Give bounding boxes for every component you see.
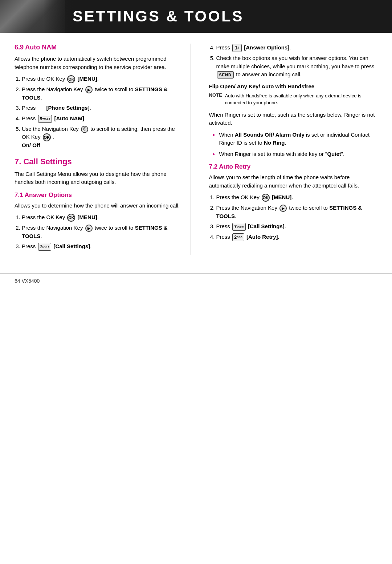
step-right-5: Check the box options as you wish for an… bbox=[216, 54, 378, 79]
heading-7: 7. Call Settings bbox=[15, 157, 183, 166]
autonam-label: [Auto NAM] bbox=[54, 115, 84, 121]
steps-72: Press the OK Key OK [MENU]. Press the Na… bbox=[216, 193, 378, 241]
ok-key-71: OK bbox=[67, 214, 75, 222]
key-7pqrs-71: 7 pqrs bbox=[38, 243, 52, 251]
step-text: Press the OK Key bbox=[216, 194, 261, 200]
step-69-5: Use the Navigation Key ☉ to scroll to a … bbox=[22, 125, 183, 150]
autoretry-label: [Auto Retry] bbox=[246, 234, 278, 240]
step-text: Press [Phone Settings]. bbox=[22, 105, 91, 111]
key-9wxyz: 9 wxyz bbox=[38, 115, 52, 123]
footer: 64 VX5400 bbox=[0, 273, 392, 288]
key-1hash: 1 # bbox=[232, 44, 242, 52]
key-7pqrs-72: 7 pqrs bbox=[232, 223, 246, 231]
steps-right-top: Press 1 # [Answer Options]. Check the bo… bbox=[216, 44, 378, 79]
nav-key-icon: ▶ bbox=[85, 86, 93, 93]
body-69: Allows the phone to automatically switch… bbox=[15, 55, 183, 71]
heading-69: 6.9 Auto NAM bbox=[15, 44, 183, 51]
step-72-4: Press 2 abc [Auto Retry]. bbox=[216, 233, 378, 241]
right-column: Press 1 # [Answer Options]. Check the bo… bbox=[205, 44, 378, 255]
step-text: Press bbox=[216, 223, 232, 229]
bullet-2: When Ringer is set to mute with side key… bbox=[213, 150, 378, 158]
send-key-icon: SEND bbox=[217, 71, 234, 79]
page-title: SETTINGS & TOOLS bbox=[0, 8, 244, 25]
step-text: Press bbox=[22, 115, 37, 121]
left-column: 6.9 Auto NAM Allows the phone to automat… bbox=[15, 44, 191, 255]
step-71-1: Press the OK Key OK [MENU]. bbox=[22, 213, 183, 222]
step-right-4: Press 1 # [Answer Options]. bbox=[216, 44, 378, 52]
step-72-1: Press the OK Key OK [MENU]. bbox=[216, 193, 378, 202]
step-text: to answer an incoming call. bbox=[236, 71, 302, 77]
step-text: Press the Navigation Key bbox=[22, 225, 85, 231]
step-text: Press the OK Key bbox=[22, 214, 66, 220]
step-text: Press bbox=[216, 44, 232, 51]
menu-label-71: [MENU] bbox=[78, 214, 97, 220]
ok-key-icon2: OK bbox=[43, 133, 51, 141]
note-block: NOTE Auto with Handsfree is available on… bbox=[209, 92, 378, 106]
answer-options-label: [Answer Options] bbox=[244, 44, 289, 51]
callsettings-label-71: [Call Settings] bbox=[53, 243, 90, 249]
step-text: Check the box options as you wish for an… bbox=[216, 55, 375, 69]
step-69-1: Press the OK Key OK [MENU]. bbox=[22, 75, 183, 83]
step-text: Use the Navigation Key bbox=[22, 126, 80, 132]
bullet-1: When All Sounds Off/ Alarm Only is set o… bbox=[213, 131, 378, 147]
content-area: 6.9 Auto NAM Allows the phone to automat… bbox=[0, 33, 392, 266]
menu-label-72: [MENU] bbox=[272, 194, 291, 200]
heading-71: 7.1 Answer Options bbox=[15, 192, 183, 199]
page-header: SETTINGS & TOOLS bbox=[0, 0, 392, 33]
flip-heading: Flip Open/ Any Key/ Auto with Handsfree bbox=[209, 83, 378, 89]
ringer-body: When Ringer is set to mute, such as the … bbox=[209, 111, 378, 127]
note-label: NOTE bbox=[209, 92, 222, 106]
step-text: Press the OK Key bbox=[22, 76, 66, 82]
nav-circle-icon: ☉ bbox=[81, 126, 88, 133]
model-name: VX5400 bbox=[21, 278, 40, 284]
step-71-2: Press the Navigation Key ▶ twice to scro… bbox=[22, 224, 183, 240]
ok-key-icon: OK bbox=[67, 75, 75, 83]
key-2abc: 2 abc bbox=[232, 233, 244, 241]
page-number: 64 bbox=[15, 278, 20, 284]
step-text: Press the Navigation Key bbox=[216, 205, 279, 211]
note-text: Auto with Handsfree is available only wh… bbox=[225, 92, 377, 106]
body-7: The Call Settings Menu allows you to des… bbox=[15, 170, 183, 186]
menu-label: [MENU] bbox=[78, 76, 97, 82]
step-69-4: Press 9 wxyz [Auto NAM]. bbox=[22, 114, 183, 123]
steps-71: Press the OK Key OK [MENU]. Press the Na… bbox=[22, 213, 183, 251]
step-text: Press the Navigation Key bbox=[22, 86, 85, 92]
step-text: Press bbox=[22, 243, 37, 249]
heading-72: 7.2 Auto Retry bbox=[209, 163, 378, 170]
step-72-3: Press 7 pqrs [Call Settings]. bbox=[216, 222, 378, 231]
steps-69: Press the OK Key OK [MENU]. Press the Na… bbox=[22, 75, 183, 150]
body-71: Allows you to determine how the phone wi… bbox=[15, 202, 183, 210]
nav-key-72: ▶ bbox=[279, 205, 287, 212]
step-72-2: Press the Navigation Key ▶ twice to scro… bbox=[216, 204, 378, 220]
body-72: Allows you to set the length of time the… bbox=[209, 173, 378, 190]
step-69-2: Press the Navigation Key ▶ twice to scro… bbox=[22, 85, 183, 102]
bullet-list: When All Sounds Off/ Alarm Only is set o… bbox=[213, 131, 378, 158]
ok-key-72: OK bbox=[262, 194, 270, 202]
step-text: Press bbox=[216, 234, 232, 240]
nav-key-71: ▶ bbox=[85, 225, 93, 232]
callsettings-label-72: [Call Settings] bbox=[248, 223, 285, 229]
step-71-3: Press 7 pqrs [Call Settings]. bbox=[22, 242, 183, 251]
step-69-3: Press [Phone Settings]. bbox=[22, 104, 183, 112]
